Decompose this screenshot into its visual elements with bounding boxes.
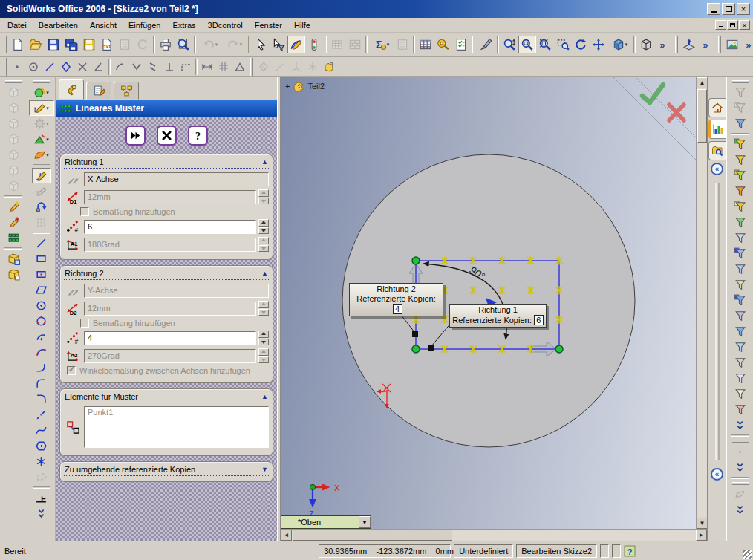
task-pane-resources-tab[interactable] (708, 120, 726, 139)
filter-routes-button[interactable] (731, 324, 750, 339)
filter-reference-points-button[interactable] (731, 293, 750, 308)
d2-count-spinner[interactable] (258, 331, 269, 345)
filter-ole-button[interactable] (731, 355, 750, 371)
sketch-flyout-button[interactable]: ▾ (29, 100, 54, 116)
dropdown-arrow-icon[interactable]: ▾ (46, 121, 49, 127)
view-orientation-selector[interactable]: *Oben ▼ (281, 515, 371, 529)
filter-apply-button[interactable] (731, 116, 750, 131)
sketch-canvas[interactable]: 90° X Z (281, 77, 696, 529)
resize-grip[interactable] (743, 550, 752, 559)
filter-other-button[interactable] (731, 402, 750, 417)
filter-sketch-points-button[interactable] (731, 246, 750, 261)
task-pane-grip[interactable] (715, 183, 720, 460)
wireframe-view-button[interactable] (637, 36, 655, 53)
tangent-arc-tool-button[interactable] (32, 360, 51, 376)
part-name[interactable]: Teil2 (307, 82, 325, 91)
vertical-scrollbar[interactable]: ▲ ▼ (696, 77, 707, 529)
menu-hilfe[interactable]: Hilfe (288, 19, 316, 31)
richtung-2-count-value[interactable]: 4 (393, 304, 402, 314)
zoom-to-area-button[interactable] (554, 36, 572, 53)
three-point-arc-tool-button[interactable] (32, 345, 51, 360)
rel-parallel-button[interactable] (145, 59, 161, 75)
save-as-dxf-button[interactable] (80, 36, 98, 53)
filter-dimensions-button[interactable] (731, 261, 750, 277)
sketch-pattern-button[interactable] (4, 230, 23, 246)
line-tool-button[interactable] (32, 235, 51, 251)
save-all-button[interactable] (62, 36, 80, 53)
save-button[interactable] (45, 36, 62, 53)
d1-count-field[interactable]: 6 (84, 220, 256, 234)
rel-perpendicular-button[interactable] (161, 59, 177, 75)
sketch-toggle-button[interactable] (287, 36, 305, 53)
toolbar-grip[interactable] (4, 58, 7, 76)
dropdown-arrow-icon[interactable]: ▾ (387, 42, 390, 48)
render-more-button[interactable]: » (741, 36, 753, 53)
rectangle-tool-button[interactable] (32, 251, 51, 267)
interference-check-button[interactable] (305, 36, 323, 53)
parallelogram-tool-button[interactable] (32, 282, 51, 298)
filter-axes-button[interactable] (731, 215, 750, 230)
print-button[interactable] (157, 36, 175, 53)
normal-to-button[interactable] (680, 36, 698, 53)
filter-planes-button[interactable] (731, 230, 750, 246)
modify-sketch-button[interactable] (32, 199, 51, 215)
rotate-view-button[interactable] (572, 36, 590, 53)
sketch-circle-small-button[interactable] (25, 59, 42, 75)
surface-more-button[interactable] (731, 502, 750, 518)
toolbar-grip[interactable] (472, 36, 475, 53)
dropdown-arrow-icon[interactable]: ▾ (46, 137, 49, 143)
group-skip-instances-header[interactable]: Zu umgehende referenzierte Kopien ▼ (64, 464, 269, 476)
sketch-more-button[interactable] (32, 506, 51, 521)
sketch-line-small-button[interactable] (42, 59, 58, 75)
new-document-button[interactable] (9, 36, 27, 53)
quick-tips-icon[interactable]: ? (624, 545, 636, 557)
menu-datei[interactable]: Datei (1, 19, 33, 31)
cancel-button[interactable] (157, 126, 177, 146)
centerpoint-arc-tool-button[interactable] (32, 329, 51, 345)
graphics-viewport[interactable]: 90° X Z + Teil2 (281, 77, 696, 529)
fillet-tool-button[interactable] (32, 376, 51, 391)
dropdown-arrow-icon[interactable]: ▾ (46, 105, 49, 111)
minimize-button[interactable] (707, 3, 720, 15)
toolbar-grip[interactable] (250, 58, 253, 76)
render-image-button[interactable] (723, 36, 741, 53)
select-button[interactable] (252, 36, 270, 53)
filter-blocks-button[interactable] (731, 308, 750, 324)
toolbar-grip[interactable] (732, 482, 749, 485)
center-rectangle-tool-button[interactable] (32, 267, 51, 282)
sketch-angle-button[interactable] (91, 59, 107, 75)
select-flyout-button[interactable]: ▾ (29, 85, 54, 100)
chamfer-tool-button[interactable] (32, 391, 51, 407)
print-preview-button[interactable] (175, 36, 192, 53)
orientation-more-button[interactable]: » (698, 36, 716, 53)
filter-text-button[interactable] (731, 386, 750, 402)
dropdown-arrow-icon[interactable]: ▾ (46, 90, 49, 96)
menu-extras[interactable]: Extras (166, 19, 201, 31)
polygon-tool-button[interactable] (32, 438, 51, 454)
grid-snap-button[interactable] (215, 59, 232, 75)
view-dropdown-button[interactable]: ▼ (359, 516, 371, 528)
perimeter-circle-tool-button[interactable] (32, 313, 51, 329)
sketch-tool-button[interactable] (32, 168, 51, 183)
dropdown-arrow-icon[interactable]: ▾ (215, 42, 218, 48)
add-relation-button[interactable] (32, 490, 51, 506)
tab-propertymanager[interactable] (59, 79, 84, 100)
close-button[interactable]: × (737, 3, 750, 15)
filter-faces-button[interactable] (731, 168, 750, 183)
redraw-sketch-button[interactable] (4, 199, 23, 215)
toolbar-grip[interactable] (5, 80, 22, 83)
horizontal-scrollbar[interactable]: ◄ ► (281, 529, 707, 541)
child-minimize-button[interactable] (715, 20, 726, 30)
view-toolbar-more-button[interactable]: » (655, 36, 673, 53)
filter-edges-button[interactable] (731, 152, 750, 168)
tab-configurations[interactable] (114, 82, 139, 100)
dropdown-arrow-icon[interactable]: ▾ (46, 152, 49, 158)
scroll-right-button[interactable]: ► (696, 530, 707, 541)
richtung-1-count-value[interactable]: 6 (534, 315, 544, 325)
richtung-2-callout[interactable]: Richtung 2 Referenzierte Kopien:4 (349, 283, 443, 316)
help-button[interactable]: ? (188, 126, 208, 146)
add-to-sketch-button[interactable] (4, 215, 23, 230)
angle-snap-button[interactable] (232, 59, 248, 75)
richtung-1-callout[interactable]: Richtung 1 Referenzierte Kopien:6 (449, 304, 547, 328)
filter-vertices-button[interactable] (731, 137, 750, 152)
